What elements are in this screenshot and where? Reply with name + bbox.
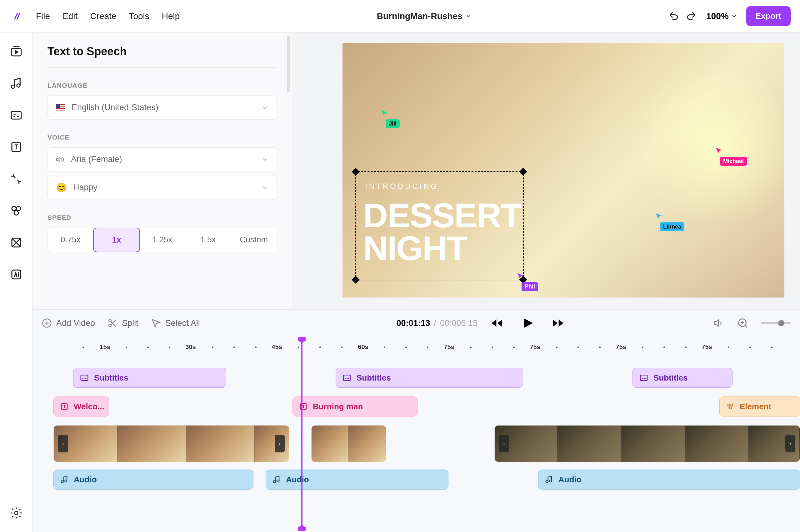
svg-point-22 (731, 404, 733, 406)
svg-point-11 (14, 511, 18, 515)
timecode: 00:01:13 / 00:006:15 (381, 316, 580, 330)
video-clip-3[interactable]: ‹ › (494, 425, 800, 462)
add-video-label: Add Video (56, 319, 95, 328)
menu-edit[interactable]: Edit (62, 11, 77, 21)
text-clip-burning-man[interactable]: Burning man (292, 397, 418, 417)
subtitles-track: Subtitles Subtitles Subtitles (42, 368, 790, 390)
timeline-toolbar: Add Video Split Select All 00:01:13 / 00… (33, 310, 800, 337)
svg-point-23 (729, 407, 731, 409)
collab-label-michael: Michael (720, 157, 747, 166)
clip-nav-right[interactable]: › (785, 435, 795, 452)
speed-custom[interactable]: Custom (231, 228, 276, 252)
add-video-button[interactable]: Add Video (42, 318, 95, 328)
subtitles-icon[interactable] (10, 109, 23, 122)
speed-1.5x[interactable]: 1.5x (185, 228, 231, 252)
audio-clip[interactable]: Audio (538, 470, 800, 490)
audio-icon (60, 475, 69, 484)
preview-canvas[interactable]: INTRODUCING DESSERT NIGHT Jill Michael L… (343, 43, 784, 298)
menu-help[interactable]: Help (162, 11, 180, 21)
audio-clip[interactable]: Audio (53, 470, 253, 490)
menu-create[interactable]: Create (90, 11, 116, 21)
preview-subtitle: INTRODUCING (365, 182, 438, 191)
speed-1.25x[interactable]: 1.25x (140, 228, 185, 252)
subtitles-icon (342, 373, 351, 382)
language-select[interactable]: English (United-States) (48, 96, 277, 119)
project-name-text: BurningMan-Rushes (377, 11, 462, 21)
video-clip-1[interactable]: ‹ › (53, 425, 289, 462)
menu-file[interactable]: File (36, 11, 50, 21)
chevron-down-icon (731, 14, 737, 19)
element-clip[interactable]: Element (720, 397, 800, 417)
speed-selector: 0.75x 1x 1.25x 1.5x Custom (48, 228, 277, 252)
fast-forward-icon[interactable] (552, 317, 564, 329)
svg-point-21 (728, 404, 730, 406)
main-menu: File Edit Create Tools Help (36, 11, 180, 21)
subtitles-clip[interactable]: Subtitles (633, 368, 732, 388)
clip-nav-left[interactable]: ‹ (58, 435, 68, 452)
crop-icon[interactable] (10, 172, 23, 186)
timeline-right-controls (592, 318, 790, 329)
collab-cursor-jill: Jill (380, 109, 400, 128)
voice-value: Aria (Female) (71, 154, 122, 164)
svg-point-26 (273, 481, 276, 483)
select-all-label: Select All (165, 319, 200, 328)
ruler-tick: 75s (530, 343, 540, 350)
play-icon[interactable] (520, 316, 535, 330)
title-line1: DESSERT (363, 199, 521, 232)
zoom-control[interactable]: 100% (706, 11, 737, 21)
collab-cursor-michael: Michael (714, 146, 747, 166)
ruler-tick: 60s (358, 343, 368, 350)
menu-tools[interactable]: Tools (129, 11, 149, 21)
subtitles-icon (639, 373, 649, 382)
text-icon (60, 402, 69, 411)
select-all-button[interactable]: Select All (151, 318, 200, 328)
audio-track: Audio Audio Audio (42, 470, 790, 491)
voice-select[interactable]: Aria (Female) (48, 147, 277, 171)
subtitles-clip[interactable]: Subtitles (73, 368, 226, 388)
settings-icon[interactable] (10, 507, 23, 519)
collab-label-phil: Phil (522, 282, 538, 291)
volume-icon[interactable] (713, 318, 725, 329)
language-value: English (United-States) (72, 103, 159, 112)
timeline-ruler[interactable]: 15s 30s 45s 60s 75s 75s 75s 75s (42, 340, 790, 355)
mood-value: Happy (73, 183, 97, 192)
zoom-in-icon[interactable] (737, 318, 748, 329)
ai-icon[interactable] (10, 268, 23, 281)
project-title[interactable]: BurningMan-Rushes (180, 11, 668, 21)
time-separator: / (434, 319, 437, 328)
time-current: 00:01:13 (396, 319, 430, 328)
export-button[interactable]: Export (746, 6, 790, 26)
video-track: ‹ › ‹ › (42, 425, 790, 463)
zoom-slider[interactable] (761, 322, 790, 324)
panel-title: Text to Speech (48, 45, 277, 68)
panel-scrollbar[interactable] (287, 36, 290, 92)
video-clip-2[interactable] (311, 425, 386, 462)
undo-icon[interactable] (668, 11, 679, 22)
subtitles-clip[interactable]: Subtitles (335, 368, 523, 388)
rewind-icon[interactable] (491, 317, 503, 329)
video-library-icon[interactable] (10, 45, 23, 58)
split-button[interactable]: Split (108, 318, 139, 328)
effects-icon[interactable] (10, 236, 23, 249)
speed-1x[interactable]: 1x (93, 228, 140, 252)
mood-select[interactable]: 😊Happy (48, 175, 277, 200)
audio-library-icon[interactable] (10, 77, 23, 90)
ruler-tick: 15s (100, 343, 110, 350)
clip-label: Subtitles (357, 373, 391, 383)
svg-point-14 (109, 324, 111, 327)
svg-point-27 (277, 480, 279, 482)
text-clip-welcome[interactable]: Welco... (53, 397, 109, 417)
preview-title: DESSERT NIGHT (363, 199, 521, 264)
redo-icon[interactable] (686, 11, 697, 22)
elements-icon[interactable] (10, 204, 23, 217)
speed-0.75x[interactable]: 0.75x (48, 228, 93, 252)
svg-point-29 (549, 480, 551, 482)
left-rail (0, 33, 33, 532)
audio-icon (272, 475, 281, 484)
audio-clip[interactable]: Audio (266, 470, 449, 490)
text-icon[interactable] (10, 140, 23, 154)
clip-nav-right[interactable]: › (275, 435, 285, 452)
clip-nav-left[interactable]: ‹ (499, 435, 509, 452)
tracks: Subtitles Subtitles Subtitles Welco... B… (42, 368, 790, 491)
clip-label: Burning man (313, 402, 363, 412)
